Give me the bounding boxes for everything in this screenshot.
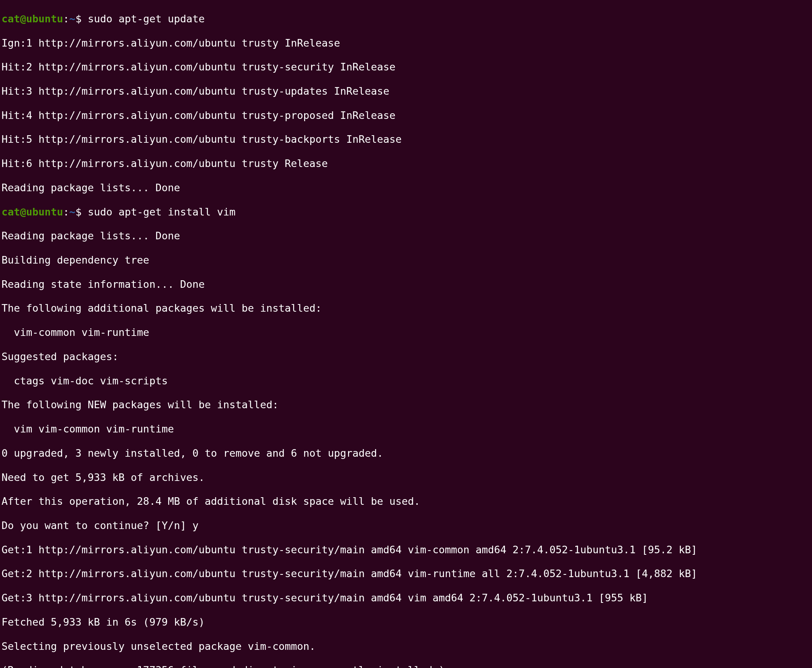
output-line: Reading package lists... Done <box>2 182 810 194</box>
output-line: vim vim-common vim-runtime <box>2 423 810 435</box>
output-line: Hit:2 http://mirrors.aliyun.com/ubuntu t… <box>2 61 810 73</box>
output-line: Get:2 http://mirrors.aliyun.com/ubuntu t… <box>2 568 810 580</box>
terminal-window[interactable]: cat@ubuntu:~$ sudo apt-get update Ign:1 … <box>0 0 812 668</box>
output-line: Get:1 http://mirrors.aliyun.com/ubuntu t… <box>2 544 810 556</box>
prompt-user: cat <box>2 13 20 25</box>
output-line: Hit:4 http://mirrors.aliyun.com/ubuntu t… <box>2 109 810 122</box>
prompt-host: ubuntu <box>26 206 63 218</box>
prompt-dollar: $ <box>75 206 88 218</box>
prompt-at: @ <box>20 13 26 25</box>
output-line: The following NEW packages will be insta… <box>2 399 810 411</box>
output-line: Hit:6 http://mirrors.aliyun.com/ubuntu t… <box>2 157 810 170</box>
output-line: The following additional packages will b… <box>2 302 810 314</box>
output-line: vim-common vim-runtime <box>2 326 810 339</box>
output-line: After this operation, 28.4 MB of additio… <box>2 495 810 508</box>
output-line: Hit:3 http://mirrors.aliyun.com/ubuntu t… <box>2 85 810 97</box>
output-line: Fetched 5,933 kB in 6s (979 kB/s) <box>2 616 810 628</box>
prompt-line-2: cat@ubuntu:~$ sudo apt-get install vim <box>2 206 810 218</box>
prompt-path: ~ <box>69 206 75 218</box>
output-line: Get:3 http://mirrors.aliyun.com/ubuntu t… <box>2 592 810 604</box>
prompt-dollar: $ <box>75 13 88 25</box>
prompt-line-1: cat@ubuntu:~$ sudo apt-get update <box>2 13 810 25</box>
prompt-host: ubuntu <box>26 13 63 25</box>
output-line: Reading package lists... Done <box>2 230 810 242</box>
prompt-colon: : <box>63 13 69 25</box>
output-line: Suggested packages: <box>2 351 810 363</box>
prompt-user: cat <box>2 206 20 218</box>
output-line: Selecting previously unselected package … <box>2 640 810 653</box>
output-line: Do you want to continue? [Y/n] y <box>2 519 810 532</box>
prompt-at: @ <box>20 206 26 218</box>
output-line: (Reading database ... 177356 files and d… <box>2 664 810 668</box>
output-line: Hit:5 http://mirrors.aliyun.com/ubuntu t… <box>2 133 810 145</box>
output-line: Need to get 5,933 kB of archives. <box>2 471 810 484</box>
output-line: Ign:1 http://mirrors.aliyun.com/ubuntu t… <box>2 37 810 49</box>
output-line: 0 upgraded, 3 newly installed, 0 to remo… <box>2 447 810 459</box>
command-text-2: sudo apt-get install vim <box>88 206 236 218</box>
command-text-1: sudo apt-get update <box>88 13 205 25</box>
output-line: ctags vim-doc vim-scripts <box>2 375 810 387</box>
output-line: Reading state information... Done <box>2 278 810 291</box>
output-line: Building dependency tree <box>2 254 810 266</box>
prompt-colon: : <box>63 206 69 218</box>
prompt-path: ~ <box>69 13 75 25</box>
